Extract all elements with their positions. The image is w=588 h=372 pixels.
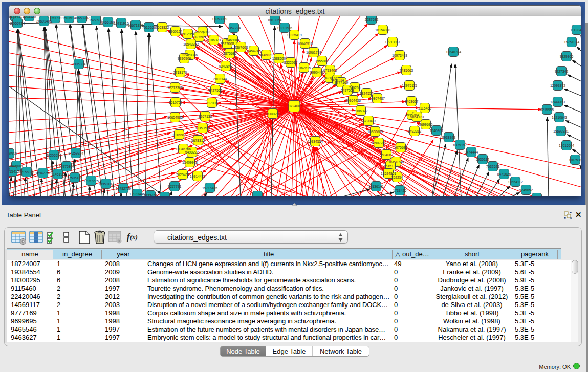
svg-text:3915412: 3915412 bbox=[9, 170, 19, 173]
svg-text:15226053: 15226053 bbox=[195, 30, 210, 34]
svg-text:15751074: 15751074 bbox=[564, 40, 579, 44]
svg-text:12156829: 12156829 bbox=[19, 170, 34, 174]
svg-text:10711915: 10711915 bbox=[114, 21, 129, 25]
svg-text:9245652: 9245652 bbox=[519, 188, 533, 192]
svg-text:26166910: 26166910 bbox=[9, 152, 17, 156]
svg-text:1916682: 1916682 bbox=[172, 133, 186, 137]
svg-text:20206556: 20206556 bbox=[46, 154, 61, 157]
svg-text:12093872: 12093872 bbox=[550, 84, 565, 87]
svg-text:8960124: 8960124 bbox=[169, 30, 183, 33]
svg-text:1527602: 1527602 bbox=[89, 18, 103, 22]
svg-text:13524851: 13524851 bbox=[381, 172, 396, 176]
svg-text:317006: 317006 bbox=[206, 101, 218, 105]
svg-text:9123456: 9123456 bbox=[144, 194, 158, 196]
svg-text:25300293: 25300293 bbox=[265, 112, 280, 116]
svg-text:8813054: 8813054 bbox=[268, 18, 282, 22]
svg-text:9463627: 9463627 bbox=[405, 100, 419, 103]
svg-text:20691406: 20691406 bbox=[36, 19, 52, 23]
svg-text:12505135: 12505135 bbox=[67, 176, 82, 180]
svg-text:3875685: 3875685 bbox=[223, 52, 237, 55]
svg-text:15409948: 15409948 bbox=[182, 161, 198, 164]
svg-text:7663822: 7663822 bbox=[156, 26, 169, 29]
svg-text:1733426: 1733426 bbox=[393, 189, 407, 192]
svg-text:12923446: 12923446 bbox=[129, 192, 145, 196]
svg-text:17957275: 17957275 bbox=[83, 179, 99, 183]
svg-text:7955812: 7955812 bbox=[315, 59, 329, 63]
svg-text:10807487: 10807487 bbox=[369, 97, 385, 100]
svg-text:2905334: 2905334 bbox=[72, 62, 86, 66]
svg-text:2367608: 2367608 bbox=[234, 46, 248, 49]
svg-text:7625402: 7625402 bbox=[176, 173, 190, 177]
svg-text:9329966: 9329966 bbox=[560, 55, 574, 58]
svg-text:10648784: 10648784 bbox=[446, 50, 461, 54]
svg-text:20364436: 20364436 bbox=[345, 99, 361, 102]
svg-text:12213369: 12213369 bbox=[167, 86, 183, 90]
svg-text:1112842: 1112842 bbox=[570, 28, 581, 32]
svg-text:3684067: 3684067 bbox=[380, 153, 394, 157]
svg-text:8215955: 8215955 bbox=[540, 108, 554, 112]
svg-text:12444151: 12444151 bbox=[550, 100, 565, 104]
svg-text:9185001: 9185001 bbox=[10, 164, 24, 168]
svg-text:12975115: 12975115 bbox=[402, 84, 417, 87]
svg-text:1640951: 1640951 bbox=[430, 129, 444, 133]
svg-text:7515526: 7515526 bbox=[142, 26, 156, 29]
svg-text:15136141: 15136141 bbox=[368, 185, 384, 188]
svg-text:2935114: 2935114 bbox=[476, 158, 489, 161]
svg-text:16543362: 16543362 bbox=[183, 42, 199, 46]
svg-text:9227342: 9227342 bbox=[555, 70, 569, 73]
svg-text:15720407: 15720407 bbox=[361, 119, 376, 123]
svg-text:18907249: 18907249 bbox=[371, 141, 386, 145]
svg-text:2.055724: 2.055724 bbox=[10, 21, 25, 25]
svg-text:5678312: 5678312 bbox=[191, 139, 205, 142]
svg-text:1167531: 1167531 bbox=[569, 158, 581, 162]
svg-text:6793402: 6793402 bbox=[323, 69, 337, 72]
svg-text:3824554: 3824554 bbox=[360, 92, 374, 95]
svg-text:10975867: 10975867 bbox=[59, 165, 74, 168]
svg-text:7386372: 7386372 bbox=[354, 109, 368, 113]
svg-text:7485063: 7485063 bbox=[400, 69, 413, 72]
svg-text:1615132: 1615132 bbox=[384, 164, 398, 168]
svg-text:9699695: 9699695 bbox=[419, 123, 433, 126]
svg-text:5498222: 5498222 bbox=[185, 150, 199, 154]
svg-text:9657791: 9657791 bbox=[168, 185, 182, 188]
svg-text:16914479: 16914479 bbox=[190, 174, 205, 178]
svg-text:16120746: 16120746 bbox=[388, 160, 404, 164]
svg-text:16961758: 16961758 bbox=[306, 51, 321, 54]
svg-text:2718170: 2718170 bbox=[173, 71, 187, 74]
svg-text:1075692: 1075692 bbox=[394, 146, 408, 149]
svg-text:17359924: 17359924 bbox=[68, 151, 83, 155]
svg-text:17942757: 17942757 bbox=[35, 171, 51, 175]
svg-text:8990443: 8990443 bbox=[310, 71, 324, 74]
svg-text:9327503: 9327503 bbox=[192, 35, 206, 39]
svg-text:9390906: 9390906 bbox=[178, 57, 191, 60]
svg-text:2803144: 2803144 bbox=[213, 77, 227, 81]
svg-text:16671355: 16671355 bbox=[128, 24, 143, 27]
svg-text:8427552: 8427552 bbox=[209, 89, 223, 92]
svg-text:8186323: 8186323 bbox=[207, 38, 221, 42]
svg-text:19384554: 19384554 bbox=[308, 140, 323, 143]
svg-text:11353594: 11353594 bbox=[195, 126, 210, 130]
svg-text:10973403: 10973403 bbox=[392, 54, 407, 57]
svg-text:13958107: 13958107 bbox=[98, 182, 114, 186]
svg-text:252254: 252254 bbox=[391, 176, 403, 179]
svg-text:1145195: 1145195 bbox=[51, 172, 64, 176]
svg-text:16782759: 16782759 bbox=[116, 187, 131, 190]
svg-text:17016504: 17016504 bbox=[559, 144, 574, 147]
svg-text:6466160: 6466160 bbox=[101, 20, 115, 24]
svg-text:8267130: 8267130 bbox=[199, 115, 212, 118]
svg-text:9128411: 9128411 bbox=[9, 16, 22, 18]
svg-text:16210643: 16210643 bbox=[552, 116, 567, 119]
svg-text:1605120: 1605120 bbox=[23, 16, 36, 18]
svg-text:915012: 915012 bbox=[9, 168, 10, 171]
svg-text:9777169: 9777169 bbox=[335, 81, 349, 84]
svg-text:12213967: 12213967 bbox=[385, 40, 400, 44]
svg-text:16640910: 16640910 bbox=[297, 42, 313, 46]
svg-text:2087682: 2087682 bbox=[365, 18, 379, 21]
svg-text:9115460: 9115460 bbox=[418, 106, 431, 110]
svg-text:9146821: 9146821 bbox=[259, 53, 273, 57]
svg-text:19218506: 19218506 bbox=[277, 26, 292, 30]
svg-text:18724007: 18724007 bbox=[287, 104, 302, 108]
svg-text:6379197: 6379197 bbox=[453, 143, 467, 147]
svg-text:6497508: 6497508 bbox=[341, 89, 355, 92]
svg-text:9474444: 9474444 bbox=[465, 150, 478, 154]
